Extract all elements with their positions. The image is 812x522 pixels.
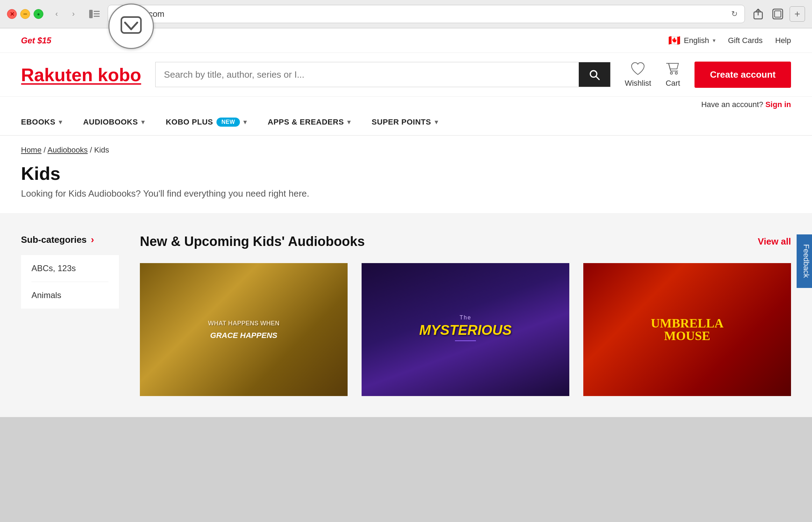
browser-action-buttons: +	[750, 6, 805, 22]
umbrella-title: UMBRELLAMOUSE	[651, 317, 724, 342]
forward-button[interactable]: ›	[66, 6, 81, 22]
new-tab-button[interactable]: +	[790, 6, 805, 22]
main-content-area: Sub-categories › ABCs, 123s Animals New …	[0, 213, 812, 417]
nav-apps-label: APPS & eREADERS	[268, 118, 344, 127]
svg-rect-4	[94, 16, 100, 17]
koboplus-chevron-icon: ▾	[243, 118, 247, 126]
language-chevron-icon: ▾	[713, 37, 715, 44]
svg-rect-8	[775, 11, 781, 17]
wishlist-label: Wishlist	[625, 79, 651, 88]
audiobooks-chevron-icon: ▾	[141, 118, 145, 126]
have-account-text: Have an account?	[701, 100, 763, 109]
help-link[interactable]: Help	[775, 36, 791, 45]
breadcrumb-sep2: /	[90, 146, 94, 154]
apps-chevron-icon: ▾	[347, 118, 351, 126]
url-text: kobo.com	[128, 9, 727, 19]
book-card-3[interactable]: UMBRELLAMOUSE	[583, 263, 791, 396]
wishlist-button[interactable]: Wishlist	[625, 61, 651, 88]
breadcrumb-home[interactable]: Home	[21, 146, 42, 154]
books-section: New & Upcoming Kids' Audiobooks View all…	[140, 234, 791, 396]
minimize-window-button[interactable]: −	[20, 9, 30, 19]
website-content: Get $15 🇨🇦 English ▾ Gift Cards Help Rak…	[0, 28, 812, 417]
svg-point-11	[670, 72, 672, 74]
cart-button[interactable]: Cart	[665, 61, 681, 88]
svg-rect-0	[121, 17, 141, 33]
main-nav: eBOOKS ▾ AUDIOBOOKS ▾ KOBO PLUS NEW ▾ AP…	[0, 109, 812, 136]
language-selector[interactable]: 🇨🇦 English ▾	[668, 35, 715, 46]
nav-ebooks[interactable]: eBOOKS ▾	[21, 109, 62, 135]
logo[interactable]: Rakuten kobo	[21, 64, 141, 85]
nav-superpoints-label: SUPER POINTS	[372, 118, 431, 127]
share-button[interactable]	[750, 6, 766, 22]
nav-koboplus-label: KOBO PLUS	[166, 118, 213, 127]
search-icon	[589, 69, 600, 80]
book-card-2[interactable]: The MYSTERIOUS	[362, 263, 569, 396]
address-bar[interactable]: 🔒 kobo.com ↻	[108, 5, 745, 23]
nav-super-points[interactable]: SUPER POINTS ▾	[372, 109, 438, 135]
subcategories-label: Sub-categories	[21, 234, 87, 245]
subcategories-arrow-icon: ›	[91, 234, 94, 245]
back-button[interactable]: ‹	[49, 6, 64, 22]
feedback-button[interactable]: Feedback	[797, 234, 812, 288]
page-subtitle: Looking for Kids Audiobooks? You'll find…	[21, 188, 791, 199]
search-input[interactable]	[156, 62, 579, 87]
maximize-window-button[interactable]: ●	[34, 9, 43, 19]
traffic-lights: ✕ − ●	[7, 9, 43, 19]
page-title: Kids	[21, 163, 791, 184]
sign-in-link[interactable]: Sign in	[765, 100, 791, 109]
book-cards: WHAT HAPPENS WHEN GRACE HAPPENS The MYST…	[140, 263, 791, 396]
nav-koboplus[interactable]: KOBO PLUS NEW ▾	[166, 109, 247, 135]
site-header: Rakuten kobo Wishlist	[0, 53, 812, 97]
ebooks-chevron-icon: ▾	[59, 118, 62, 126]
main-content-inner: Sub-categories › ABCs, 123s Animals New …	[21, 234, 791, 396]
svg-point-12	[675, 72, 677, 74]
view-all-link[interactable]: View all	[758, 236, 791, 247]
breadcrumb-sep1: /	[44, 146, 48, 154]
sidebar: Sub-categories › ABCs, 123s Animals	[21, 234, 119, 396]
page-content: Home / Audiobooks / Kids Kids Looking fo…	[0, 136, 812, 213]
subcategories-list: ABCs, 123s Animals	[21, 255, 119, 309]
book-cover-2: The MYSTERIOUS	[362, 263, 569, 396]
subcategories-header[interactable]: Sub-categories ›	[21, 234, 119, 245]
page-header: Kids Looking for Kids Audiobooks? You'll…	[0, 155, 812, 213]
new-badge: NEW	[216, 118, 240, 127]
top-bar-right: 🇨🇦 English ▾ Gift Cards Help	[668, 35, 791, 46]
heart-icon	[630, 61, 646, 77]
reload-button[interactable]: ↻	[731, 9, 738, 19]
svg-line-10	[596, 77, 599, 80]
svg-rect-2	[94, 11, 100, 12]
browser-toolbar: ✕ − ● ‹ › 🔒 kobo.com ↻	[0, 0, 812, 28]
book-card-1[interactable]: WHAT HAPPENS WHEN GRACE HAPPENS	[140, 263, 348, 396]
canada-flag-icon: 🇨🇦	[668, 35, 681, 46]
header-actions: Wishlist Cart Create account	[625, 61, 791, 88]
subcategory-animals[interactable]: Animals	[31, 282, 108, 309]
nav-apps-ereaders[interactable]: APPS & eREADERS ▾	[268, 109, 351, 135]
pocket-extension-icon[interactable]	[108, 3, 154, 49]
search-button[interactable]	[579, 62, 610, 87]
promo-text: Get $15	[21, 36, 51, 45]
browser-nav-buttons: ‹ ›	[49, 6, 81, 22]
logo-text: Rakuten kobo	[21, 65, 141, 85]
nav-audiobooks[interactable]: AUDIOBOOKS ▾	[83, 109, 145, 135]
subcategory-abcs[interactable]: ABCs, 123s	[31, 255, 108, 282]
breadcrumb: Home / Audiobooks / Kids	[0, 136, 812, 155]
section-header: New & Upcoming Kids' Audiobooks View all	[140, 234, 791, 249]
svg-rect-1	[89, 10, 93, 18]
nav-audiobooks-label: AUDIOBOOKS	[83, 118, 138, 127]
svg-rect-3	[94, 13, 100, 14]
breadcrumb-current: Kids	[94, 146, 109, 154]
nav-ebooks-label: eBOOKS	[21, 118, 55, 127]
tab-overview-button[interactable]	[770, 6, 785, 22]
cart-label: Cart	[665, 79, 680, 88]
book-cover-3: UMBRELLAMOUSE	[583, 263, 791, 396]
search-bar	[155, 62, 611, 87]
gift-cards-link[interactable]: Gift Cards	[728, 36, 763, 45]
create-account-button[interactable]: Create account	[695, 62, 791, 88]
breadcrumb-audiobooks[interactable]: Audiobooks	[48, 146, 88, 154]
superpoints-chevron-icon: ▾	[435, 118, 438, 126]
language-text: English	[684, 36, 709, 45]
sign-in-row: Have an account? Sign in	[0, 97, 812, 109]
close-window-button[interactable]: ✕	[7, 9, 17, 19]
book-cover-1: WHAT HAPPENS WHEN GRACE HAPPENS	[140, 263, 348, 396]
sidebar-toggle-button[interactable]	[87, 6, 102, 22]
